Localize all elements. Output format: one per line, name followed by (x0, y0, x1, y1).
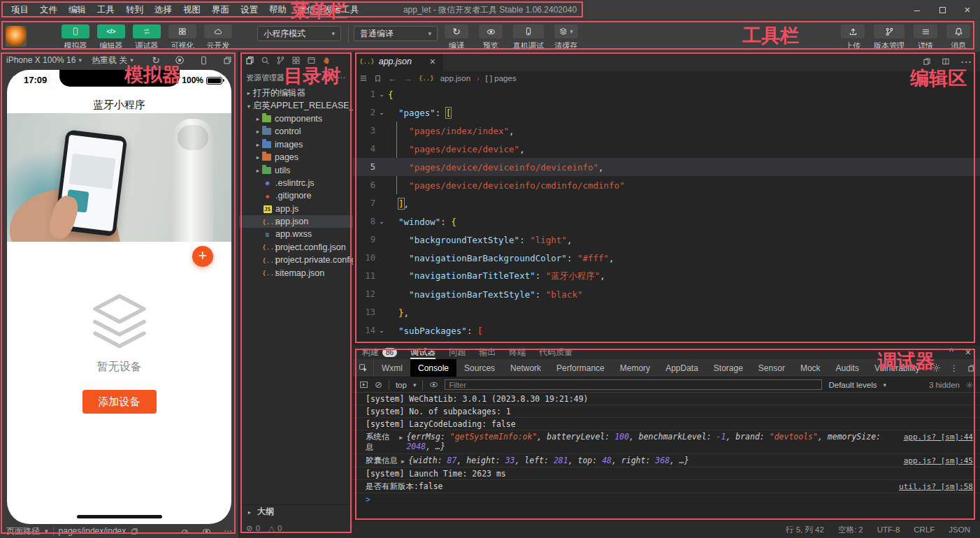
code-line[interactable]: 6 "pages/device/deviceinfo/cmdinfo/cmdin… (353, 176, 980, 194)
menu-item[interactable]: 文件 (34, 0, 63, 20)
multi-window-icon[interactable] (223, 56, 232, 65)
devtools-tab-sensor[interactable]: Sensor (751, 359, 793, 377)
tree-item[interactable]: ≋app.wxss (239, 228, 353, 240)
more-actions-icon[interactable]: ⋯ (337, 73, 346, 82)
真机调试-button[interactable] (513, 24, 544, 38)
menu-item[interactable]: 视图 (178, 0, 206, 20)
files-icon[interactable] (245, 56, 254, 65)
back-icon[interactable]: ← (388, 73, 397, 84)
source-link[interactable]: app.js? [sm]:45 (894, 456, 973, 465)
tree-item[interactable]: ▸utils (239, 163, 353, 176)
devtools-tab-network[interactable]: Network (503, 359, 549, 377)
extensions-icon[interactable] (291, 56, 301, 65)
code-area[interactable]: 1⌄{2⌄ "pages": [3 "pages/index/index",4 … (353, 85, 980, 345)
forward-icon[interactable]: → (403, 73, 412, 84)
devtools-tab-console[interactable]: Console (410, 359, 456, 377)
cloud-toggle-button[interactable] (204, 24, 232, 38)
消息-button[interactable] (946, 24, 970, 38)
console-message[interactable]: 系统信息▶{errMsg: "getSystemInfo:ok", batter… (353, 430, 980, 454)
page-path[interactable]: pages/index/index (59, 526, 127, 536)
device-selector[interactable]: iPhone X 100% 16 (6, 55, 75, 65)
performance-icon[interactable] (180, 527, 189, 536)
预览-button[interactable] (479, 24, 503, 38)
devtools-tab-mock[interactable]: Mock (793, 359, 828, 377)
compare-icon[interactable] (923, 57, 931, 66)
code-line[interactable]: 3 "pages/index/index", (353, 122, 980, 140)
code-line[interactable]: 10 "navigationBarBackgroundColor": "#fff… (353, 249, 980, 267)
bookmark-icon[interactable] (374, 75, 382, 82)
inspect-icon[interactable] (353, 359, 374, 377)
split-editor-icon[interactable] (942, 57, 950, 66)
详情-button[interactable] (914, 24, 937, 38)
code-line[interactable]: 5 "pages/device/deviceinfo/deviceinfo", (353, 158, 980, 176)
console-sidebar-icon[interactable] (359, 380, 368, 389)
grid-toggle-button[interactable] (168, 24, 196, 38)
code-line[interactable]: 12 "navigationBarTextStyle": "black" (353, 285, 980, 303)
debugger-tab-构建[interactable]: 构建86 (362, 345, 397, 359)
status-item[interactable]: 行 5, 列 42 (786, 525, 824, 535)
more-icon[interactable]: ⋯ (224, 526, 232, 536)
context-selector[interactable]: top (396, 381, 407, 389)
上传-button[interactable] (841, 24, 865, 38)
tab-app-json[interactable]: {..} app.json × (353, 52, 442, 71)
menu-item[interactable]: 微信开发者工具 (292, 0, 365, 20)
search-icon[interactable] (261, 56, 270, 65)
devtools-tab-sources[interactable]: Sources (456, 359, 503, 377)
fold-chevron-icon[interactable]: ⌄ (375, 218, 388, 225)
source-link[interactable]: util.js? [sm]:58 (889, 482, 973, 491)
path-label[interactable]: 页面路径 (6, 525, 40, 537)
menu-item[interactable]: 界面 (206, 0, 235, 20)
settings-icon[interactable] (965, 381, 974, 389)
debugger-tab-终端[interactable]: 终端 (509, 345, 526, 359)
版本管理-button[interactable] (874, 24, 905, 38)
debugger-tab-调试器[interactable]: 调试器 (410, 345, 435, 359)
编译-button[interactable]: ↻ (445, 24, 468, 38)
add-device-button[interactable]: 添加设备 (82, 390, 157, 414)
debugger-tab-问题[interactable]: 问题 (449, 345, 466, 359)
tree-item[interactable]: {..}app.json (239, 215, 353, 228)
debugger-tab-代码质量[interactable]: 代码质量 (539, 345, 572, 359)
record-icon[interactable] (175, 55, 185, 65)
menu-item[interactable]: 帮助 (264, 0, 292, 20)
tree-item[interactable]: JSapp.js (239, 203, 353, 215)
user-avatar[interactable] (6, 26, 27, 47)
devtools-tab-storage[interactable]: Storage (706, 359, 751, 377)
eye-icon[interactable] (429, 380, 438, 389)
add-button[interactable]: + (192, 246, 213, 267)
rotate-icon[interactable]: ↻ (152, 54, 160, 66)
menu-item[interactable]: 项目 (6, 0, 34, 20)
menu-item[interactable]: 设置 (235, 0, 264, 20)
more-actions-icon[interactable]: ⋯ (960, 55, 972, 68)
kebab-menu-icon[interactable]: ⋮ (950, 363, 958, 373)
debugger-tab-输出[interactable]: 输出 (479, 345, 496, 359)
fold-chevron-icon[interactable]: ⌄ (375, 109, 388, 116)
menu-item[interactable]: 编辑 (63, 0, 92, 20)
collapse-icon[interactable]: ^ (949, 347, 953, 358)
expand-chevron-icon[interactable]: ▶ (401, 458, 405, 465)
code-line[interactable]: 2⌄ "pages": [ (353, 103, 980, 122)
menu-item[interactable]: 选择 (149, 0, 178, 20)
source-link[interactable]: app.js? [sm]:44 (894, 432, 973, 442)
preview-window-icon[interactable] (307, 56, 316, 65)
clear-console-icon[interactable]: ⊘ (375, 379, 382, 390)
code-line[interactable]: 4 "pages/device/device", (353, 140, 980, 158)
swap-toggle-button[interactable] (133, 24, 161, 38)
status-item[interactable]: JSON (949, 525, 970, 534)
devtools-tab-wxml[interactable]: Wxml (374, 359, 410, 377)
tree-item[interactable]: {..}sitemap.json (239, 266, 353, 279)
device-frame-icon[interactable] (199, 56, 208, 65)
devtools-tab-vulnerability[interactable]: Vulnerability (867, 359, 928, 377)
code-line[interactable]: 14⌄ "subPackages": [ (353, 321, 980, 340)
expand-chevron-icon[interactable]: ▶ (399, 434, 403, 441)
tree-item[interactable]: ▸images (239, 138, 353, 151)
status-item[interactable]: 空格: 2 (838, 525, 863, 535)
code-toggle-button[interactable]: </> (97, 24, 125, 38)
menu-item[interactable]: 转到 (120, 0, 149, 20)
breadcrumb-file[interactable]: app.json (440, 74, 470, 82)
hand-tool-icon[interactable] (322, 56, 331, 65)
tree-item[interactable]: ▸control (239, 125, 353, 138)
清缓存-button[interactable]: ▾ (554, 24, 578, 38)
copy-icon[interactable] (131, 528, 138, 535)
status-item[interactable]: UTF-8 (877, 525, 900, 534)
fold-chevron-icon[interactable]: ⌄ (375, 327, 388, 334)
